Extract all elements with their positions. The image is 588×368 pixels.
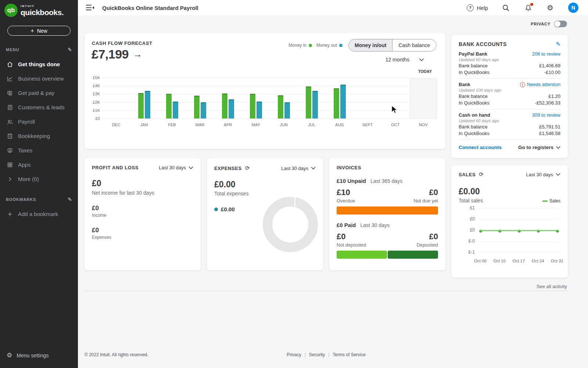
gear-icon: ⚙ <box>7 352 12 358</box>
menu-section-label: MENU <box>6 47 19 52</box>
apps-grid-icon <box>7 162 13 168</box>
search-button[interactable] <box>502 4 510 12</box>
deposited-bar <box>388 251 438 259</box>
security-link[interactable]: Security <box>309 352 325 357</box>
not-deposited-label: Not deposited <box>337 242 366 248</box>
sidebar-item-business-overview[interactable]: Business overview <box>0 71 78 86</box>
not-due-amount: £0 <box>429 188 438 197</box>
page-title: QuickBooks Online Standard Payroll <box>102 5 198 11</box>
mouse-cursor <box>391 105 399 114</box>
needs-attention-link[interactable]: ! Needs attention <box>520 82 560 87</box>
intuit-label: INTUIT <box>21 5 64 8</box>
in-quickbooks-value: -£10.00 <box>544 70 560 75</box>
avatar[interactable]: N <box>568 3 578 13</box>
arrow-right-icon[interactable]: → <box>133 49 142 60</box>
in-quickbooks-label: In QuickBooks <box>459 70 490 75</box>
bookmarks-section-label: BOOKMARKS <box>6 197 36 202</box>
sales-line-chart: Oct 06Oct 10Oct 17Oct 24Oct 31 £1£0£0£-0… <box>459 206 560 265</box>
privacy-control: PRIVACY <box>531 21 567 27</box>
refresh-icon[interactable]: ⟳ <box>479 171 484 178</box>
expenses-range-dropdown[interactable]: Last 30 days <box>281 166 316 171</box>
sidebar-item-more[interactable]: More (0) <box>0 172 78 186</box>
sales-card: SALES ⟳ Last 30 days £0.00 Total sales S… <box>451 165 568 278</box>
cash-balance-tab[interactable]: Cash balance <box>392 39 436 51</box>
menu-settings-button[interactable]: ⚙ Menu settings <box>7 352 49 358</box>
pay-icon <box>7 90 13 96</box>
home-icon <box>7 61 13 68</box>
add-bookmark-button[interactable]: Add a bookmark <box>0 207 78 221</box>
sidebar-item-label: Payroll <box>18 118 35 125</box>
go-to-registers-label: Go to registers <box>518 145 553 150</box>
cash-flow-view-toggle: Money in/out Cash balance <box>348 39 436 52</box>
help-button[interactable]: ? Help <box>467 4 488 11</box>
add-bookmark-label: Add a bookmark <box>18 211 58 217</box>
cashflow-plot <box>102 78 437 118</box>
bank-account-row: Bank ! Needs attention Updated 100 days … <box>459 82 560 106</box>
to-review-link[interactable]: 309 to review <box>532 112 560 118</box>
months-range-dropdown[interactable]: 12 months <box>386 57 424 63</box>
expenses-label: Expenses <box>92 235 193 240</box>
to-review-link[interactable]: 206 to review <box>532 51 560 57</box>
account-name: Bank <box>459 82 470 87</box>
not-due-label: Not due yet <box>414 198 438 204</box>
sidebar-item-label: Apps <box>18 162 31 168</box>
total-expenses-label: Total expenses <box>214 191 316 197</box>
divider <box>459 78 560 79</box>
account-name: PayPal Bank <box>459 51 487 57</box>
account-updated: Updated 100 days ago <box>459 88 560 92</box>
sidebar-item-customers-leads[interactable]: Customers & leads <box>0 100 78 114</box>
overdue-amount: £10 <box>337 188 350 197</box>
in-quickbooks-label: In QuickBooks <box>459 100 490 106</box>
edit-bookmarks-pencil-icon[interactable]: ✎ <box>68 197 72 202</box>
plus-icon: + <box>31 28 34 34</box>
sidebar-item-bookkeeping[interactable]: Bookkeeping <box>0 129 78 143</box>
edit-bank-accounts-pencil-icon[interactable]: ✎ <box>556 41 560 47</box>
sidebar-item-payroll[interactable]: Payroll <box>0 114 78 129</box>
new-button-label: New <box>37 28 47 34</box>
chevron-right-icon <box>7 176 13 183</box>
money-in-dot <box>309 44 312 47</box>
notifications-button[interactable] <box>524 4 532 12</box>
overdue-label: Overdue <box>337 198 355 204</box>
sales-title: SALES <box>459 172 476 177</box>
connect-accounts-link[interactable]: Connect accounts <box>459 145 502 150</box>
cash-flow-title: CASH FLOW FORECAST <box>92 40 153 46</box>
collapse-sidebar-icon[interactable] <box>86 5 94 11</box>
expenses-card: EXPENSES ⟳ Last 30 days £0.00 Total expe… <box>207 158 323 270</box>
deposited-amount: £0 <box>429 232 438 241</box>
see-all-activity-link[interactable]: See all activity <box>537 284 567 289</box>
money-in-out-tab[interactable]: Money in/out <box>349 39 392 51</box>
sidebar-item-get-things-done[interactable]: Get things done <box>0 57 78 71</box>
help-icon: ? <box>467 4 474 11</box>
settings-button[interactable]: ⚙ <box>547 3 553 12</box>
refresh-icon[interactable]: ⟳ <box>245 165 250 171</box>
months-range-value: 12 months <box>386 57 409 63</box>
total-expenses-amount: £0.00 <box>214 180 316 190</box>
sidebar-item-get-paid-pay[interactable]: Get paid & pay <box>0 86 78 100</box>
sidebar-item-taxes[interactable]: Taxes <box>0 143 78 158</box>
sidebar-item-label: More (0) <box>18 176 39 182</box>
notification-badge <box>530 3 533 6</box>
needs-attention-label: Needs attention <box>527 82 560 87</box>
profit-loss-range-dropdown[interactable]: Last 30 days <box>159 165 193 170</box>
sales-range-dropdown[interactable]: Last 30 days <box>526 172 560 177</box>
search-icon <box>502 4 510 12</box>
bank-balance-label: Bank balance <box>459 93 488 99</box>
income-label: Income <box>92 213 193 218</box>
edit-menu-pencil-icon[interactable]: ✎ <box>68 47 72 53</box>
chevron-down-icon <box>189 166 193 169</box>
expenses-donut-chart <box>263 197 318 252</box>
account-updated: Updated 60 days ago <box>459 118 560 123</box>
privacy-link[interactable]: Privacy <box>287 352 301 357</box>
bank-balance-value: £1.20 <box>548 93 560 99</box>
sidebar-item-apps[interactable]: Apps <box>0 158 78 172</box>
new-button[interactable]: + New <box>7 26 71 36</box>
terms-link[interactable]: Terms of Service <box>333 352 365 357</box>
cashflow-xlabels: DECJANFEBMARAPRMAYJUNJULAUGSEPTOCTNOV <box>102 123 437 127</box>
total-sales-amount: £0.00 <box>459 187 560 197</box>
go-to-registers-dropdown[interactable]: Go to registers <box>518 145 560 150</box>
content-divider <box>85 291 568 291</box>
privacy-toggle[interactable] <box>554 21 567 27</box>
help-label: Help <box>477 5 488 11</box>
profit-loss-range-value: Last 30 days <box>159 165 186 170</box>
